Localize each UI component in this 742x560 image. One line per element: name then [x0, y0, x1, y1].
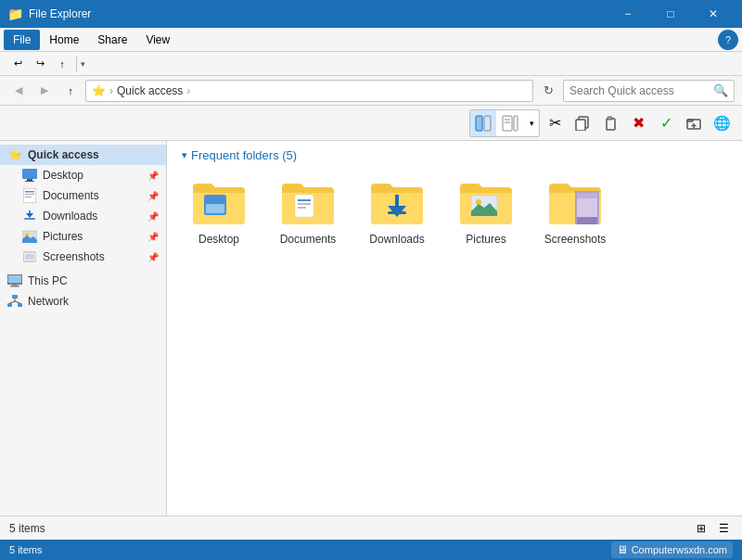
folder-screenshots[interactable]: Screenshots	[538, 173, 612, 250]
svg-rect-9	[608, 117, 612, 120]
computer-name-badge: 🖥 Computerwsxdn.com	[611, 541, 733, 558]
path-sep: ›	[109, 84, 113, 97]
svg-rect-11	[687, 120, 693, 121]
this-pc-icon	[7, 274, 22, 288]
chevron-down-icon: ▾	[182, 149, 187, 161]
sidebar: ⭐ Quick access Desktop 📌 Documents 📌 Dow…	[0, 141, 167, 515]
folder-screenshots-label: Screenshots	[544, 233, 607, 246]
toolbar-dropdown[interactable]: ▾	[81, 59, 85, 69]
sidebar-label-desktop: Desktop	[43, 169, 83, 182]
svg-rect-17	[23, 188, 36, 203]
back-button[interactable]: ◀	[7, 80, 30, 102]
sidebar-label-pictures: Pictures	[43, 230, 83, 243]
close-button[interactable]: ✕	[692, 0, 735, 28]
svg-rect-7	[576, 120, 585, 131]
svg-rect-46	[395, 195, 399, 208]
menu-file[interactable]: File	[4, 30, 40, 50]
sidebar-item-network[interactable]: Network	[0, 291, 166, 312]
sidebar-label-screenshots: Screenshots	[43, 250, 105, 263]
svg-marker-24	[26, 213, 33, 218]
network-icon	[7, 294, 22, 309]
maximize-button[interactable]: □	[649, 0, 692, 28]
menu-home[interactable]: Home	[40, 30, 88, 50]
sidebar-item-screenshots[interactable]: Screenshots 📌	[0, 247, 166, 267]
folder-downloads[interactable]: Downloads	[360, 173, 434, 250]
refresh-button[interactable]: ↻	[537, 80, 559, 102]
search-box[interactable]: 🔍	[563, 80, 735, 102]
app-title: File Explorer	[29, 7, 91, 20]
content-area: ▾ Frequent folders (5) Desktop	[167, 141, 742, 515]
pane-dropdown[interactable]: ▾	[524, 110, 539, 136]
copy-button[interactable]	[569, 110, 595, 136]
svg-rect-32	[10, 286, 19, 287]
svg-rect-40	[206, 204, 224, 213]
svg-rect-34	[7, 303, 12, 307]
sidebar-item-quick-access[interactable]: ⭐ Quick access	[0, 145, 166, 165]
delete-button[interactable]: ✖	[625, 110, 651, 136]
sidebar-item-documents[interactable]: Documents 📌	[0, 185, 166, 206]
quick-access-icon: ⭐	[7, 147, 22, 162]
svg-rect-41	[295, 195, 313, 217]
folder-downloads-icon	[369, 178, 425, 229]
up-nav-button[interactable]: ↑	[59, 80, 82, 102]
path-sep2: ›	[186, 84, 190, 97]
folder-documents-icon	[280, 178, 336, 229]
computer-name: Computerwsxdn.com	[632, 544, 727, 555]
grid-view-button[interactable]: ⊞	[692, 519, 710, 538]
forward-button[interactable]: ▶	[33, 80, 56, 102]
pin-icon-downloads: 📌	[147, 211, 159, 222]
folder-pictures-icon	[458, 178, 514, 229]
menu-share[interactable]: Share	[88, 30, 136, 50]
list-view-button[interactable]: ☰	[714, 519, 733, 538]
redo-button[interactable]: ↪	[30, 54, 50, 74]
minimize-button[interactable]: −	[607, 0, 649, 28]
cut-button[interactable]: ✂	[542, 110, 568, 136]
address-path[interactable]: ⭐ › Quick access ›	[85, 80, 533, 102]
quick-access-toolbar: ↩ ↪ ↑ ▾	[0, 52, 742, 76]
svg-rect-33	[12, 295, 18, 299]
paste-button[interactable]	[597, 110, 623, 136]
preview-pane-button[interactable]	[470, 110, 496, 136]
svg-rect-52	[577, 217, 597, 224]
folder-screenshots-icon	[547, 178, 603, 229]
new-folder-button[interactable]	[681, 110, 707, 136]
globe-button[interactable]: 🌐	[709, 110, 735, 136]
pictures-icon	[22, 229, 37, 244]
sidebar-item-downloads[interactable]: Downloads 📌	[0, 206, 166, 226]
section-title: ▾ Frequent folders (5)	[182, 148, 727, 162]
documents-icon	[22, 188, 37, 203]
folder-documents[interactable]: Documents	[271, 173, 345, 250]
up-button[interactable]: ↑	[52, 54, 72, 74]
undo-button[interactable]: ↩	[7, 54, 28, 74]
sidebar-item-pictures[interactable]: Pictures 📌	[0, 226, 166, 247]
path-icon: ⭐	[92, 84, 106, 97]
app-icon: 📁	[7, 6, 23, 21]
svg-rect-0	[476, 116, 482, 131]
search-icon: 🔍	[713, 83, 728, 97]
computer-icon: 🖥	[617, 543, 628, 556]
details-pane-button[interactable]	[497, 110, 523, 136]
folder-desktop[interactable]: Desktop	[182, 173, 256, 250]
search-input[interactable]	[569, 84, 710, 97]
sidebar-label-quick-access: Quick access	[28, 148, 99, 161]
menu-view[interactable]: View	[136, 30, 179, 50]
rename-button[interactable]: ✓	[653, 110, 679, 136]
folder-pictures[interactable]: Pictures	[449, 173, 523, 250]
pin-icon-desktop: 📌	[147, 171, 159, 181]
folder-downloads-label: Downloads	[369, 233, 424, 246]
sidebar-item-desktop[interactable]: Desktop 📌	[0, 165, 166, 185]
svg-rect-8	[607, 119, 615, 130]
section-title-text: Frequent folders (5)	[191, 148, 297, 162]
svg-rect-3	[514, 116, 518, 131]
svg-rect-31	[12, 284, 18, 286]
title-bar: 📁 File Explorer − □ ✕	[0, 0, 742, 28]
svg-rect-30	[8, 275, 21, 283]
sidebar-item-this-pc[interactable]: This PC	[0, 271, 166, 291]
downloads-icon	[22, 209, 37, 223]
svg-rect-16	[25, 181, 34, 182]
help-button[interactable]: ?	[718, 30, 738, 50]
address-bar: ◀ ▶ ↑ ⭐ › Quick access › ↻ 🔍	[0, 76, 742, 106]
svg-rect-21	[24, 218, 35, 220]
pin-icon-screenshots: 📌	[147, 252, 159, 262]
screenshots-icon	[22, 249, 37, 264]
